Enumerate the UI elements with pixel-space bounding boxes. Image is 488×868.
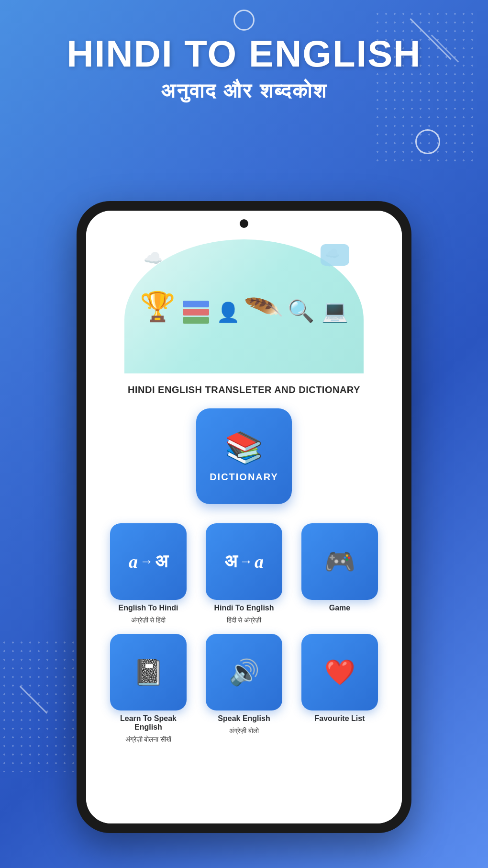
english-to-hindi-button[interactable]: a → अ	[110, 523, 187, 600]
feature-grid-row2: 📓 Learn To Speak English अंग्रेज़ी बोलना…	[100, 634, 388, 744]
heart-icon: ❤️	[324, 658, 355, 687]
eng-to-hindi-icon: a → अ	[129, 551, 168, 572]
arrow-icon2: →	[239, 554, 253, 569]
feature-learn-speak: 📓 Learn To Speak English अंग्रेज़ी बोलना…	[105, 634, 191, 744]
feature-hindi-to-english: अ → a Hindi To English हिंदी से अंग्रेज़…	[201, 523, 287, 624]
book-item-1	[183, 301, 209, 307]
hindi-char2: अ	[224, 551, 237, 572]
dictionary-button[interactable]: 📚 DICTIONARY	[196, 408, 292, 504]
game-button[interactable]: 🎮	[301, 523, 378, 600]
app-title: HINDI ENGLISH TRANSLETER AND DICTIONARY	[128, 383, 360, 396]
illustration-items: 🏆 👤 🪶 🔍 💻	[140, 290, 348, 324]
header-section: HINDI TO ENGLISH अनुवाद और शब्दकोश	[0, 34, 488, 102]
speak-english-button[interactable]: 🔊	[206, 634, 282, 710]
speaker-icon: 🔊	[229, 658, 260, 687]
speech-bubble-decoration	[321, 244, 349, 266]
cloud-icon-left: ☁️	[144, 249, 163, 267]
game-icon: 🎮	[324, 547, 355, 576]
feather-icon: 🪶	[243, 288, 285, 328]
hindi-to-english-button[interactable]: अ → a	[206, 523, 282, 600]
learn-speak-name: Learn To Speak English	[105, 714, 191, 732]
arrow-icon: →	[140, 554, 153, 569]
learn-speak-button[interactable]: 📓	[110, 634, 187, 710]
speak-english-name-hindi: अंग्रेज़ी बोलो	[229, 727, 259, 735]
eng-char2: a	[255, 551, 264, 572]
feature-game: 🎮 Game	[297, 523, 383, 624]
hindi-to-eng-name-hindi: हिंदी से अंग्रेज़ी	[227, 616, 262, 624]
magnifier-icon: 🔍	[288, 298, 314, 324]
phone-inner-frame: ☁️ ☁️ 🏆 👤 🪶 🔍 💻	[86, 211, 402, 823]
phone-mockup: ☁️ ☁️ 🏆 👤 🪶 🔍 💻	[77, 201, 411, 833]
learn-speak-name-hindi: अंग्रेज़ी बोलना सीखें	[125, 735, 172, 744]
phone-outer-frame: ☁️ ☁️ 🏆 👤 🪶 🔍 💻	[77, 201, 411, 833]
favourite-button[interactable]: ❤️	[301, 634, 378, 710]
dictionary-label: DICTIONARY	[210, 472, 278, 483]
laptop-icon: 💻	[322, 298, 348, 324]
book-item-3	[183, 317, 209, 324]
books-stack	[183, 301, 209, 324]
diagonal-line-bottom	[20, 686, 48, 714]
book-icon: 📓	[133, 658, 164, 687]
favourite-name: Favourite List	[315, 714, 365, 723]
eng-char: a	[129, 551, 138, 572]
circle-right-decoration	[415, 129, 440, 154]
eng-to-hindi-name-hindi: अंग्रेज़ी से हिंदी	[131, 616, 166, 624]
game-name: Game	[329, 604, 350, 612]
hindi-to-eng-icon: अ → a	[224, 551, 264, 572]
phone-content: ☁️ ☁️ 🏆 👤 🪶 🔍 💻	[86, 211, 402, 823]
book-item-2	[183, 309, 209, 316]
feature-speak-english: 🔊 Speak English अंग्रेज़ी बोलो	[201, 634, 287, 744]
trophy-icon: 🏆	[140, 290, 176, 324]
feature-grid-row1: a → अ English To Hindi अंग्रेज़ी से हिंद…	[100, 523, 388, 624]
speak-english-name: Speak English	[218, 714, 270, 723]
person-reading-icon: 👤	[216, 301, 240, 324]
eng-to-hindi-name: English To Hindi	[118, 604, 178, 612]
hindi-char: अ	[155, 551, 168, 572]
hindi-to-eng-name: Hindi To English	[214, 604, 274, 612]
subtitle: अनुवाद और शब्दकोश	[19, 79, 469, 102]
main-title: HINDI TO ENGLISH	[19, 34, 469, 75]
feature-favourite: ❤️ Favourite List	[297, 634, 383, 744]
circle-top-decoration	[233, 10, 255, 31]
illustration-area: ☁️ ☁️ 🏆 👤 🪶 🔍 💻	[124, 239, 364, 373]
dictionary-book-icon: 📚	[225, 430, 263, 466]
feature-english-to-hindi: a → अ English To Hindi अंग्रेज़ी से हिंद…	[105, 523, 191, 624]
dot-pattern-bottom-left	[0, 638, 86, 772]
camera-hole	[240, 219, 248, 228]
